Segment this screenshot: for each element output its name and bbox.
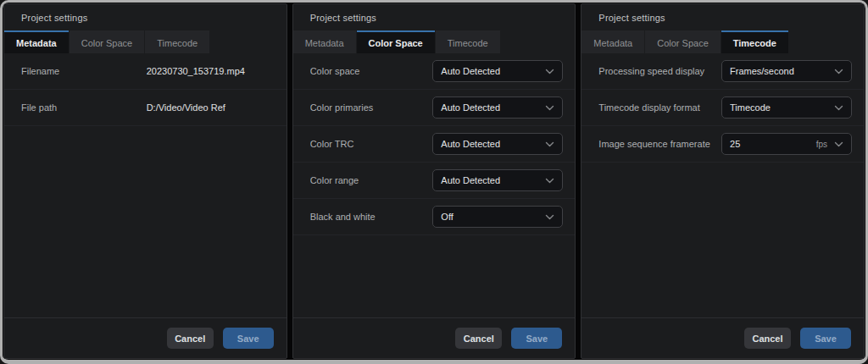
dialog-title: Project settings <box>310 13 376 23</box>
settings-row: Color TRCAuto Detected <box>293 126 576 163</box>
dropdown-timecode-display-format[interactable]: Timecode <box>721 97 852 119</box>
tab-content: Processing speed displayFrames/secondTim… <box>581 53 864 317</box>
field-label: Timecode display format <box>598 102 721 113</box>
tab-timecode[interactable]: Timecode <box>145 30 209 53</box>
project-settings-windows: Project settingsMetadataColor SpaceTimec… <box>0 0 868 364</box>
field-value-column: D:/Video/Video Ref <box>144 102 275 113</box>
selected-value: Auto Detected <box>441 139 545 149</box>
selected-value: Frames/second <box>730 66 834 76</box>
save-button[interactable]: Save <box>223 328 274 349</box>
tab-bar: MetadataColor SpaceTimecode <box>4 30 287 53</box>
field-value-column: Frames/second <box>721 60 852 82</box>
tab-metadata[interactable]: Metadata <box>4 30 69 53</box>
project-settings-dialog: Project settingsMetadataColor SpaceTimec… <box>581 3 865 359</box>
field-value-column: Timecode <box>721 97 852 119</box>
selected-value: Off <box>441 212 545 222</box>
field-value-column: Auto Detected <box>432 60 563 82</box>
tab-bar: MetadataColor SpaceTimecode <box>293 30 576 53</box>
dropdown-black-and-white[interactable]: Off <box>432 206 563 228</box>
dialog-title: Project settings <box>21 13 87 23</box>
cancel-button[interactable]: Cancel <box>455 328 502 349</box>
tab-content: Filename20230730_153719.mp4File pathD:/V… <box>4 53 287 317</box>
dialog-footer: CancelSave <box>4 317 287 358</box>
dialog-footer: CancelSave <box>581 317 864 358</box>
chevron-down-icon <box>545 141 554 147</box>
field-label: Color TRC <box>310 139 433 149</box>
chevron-down-icon <box>834 69 843 74</box>
field-value-column: Auto Detected <box>432 133 563 155</box>
field-label: Processing speed display <box>598 66 721 76</box>
save-button[interactable]: Save <box>511 328 562 349</box>
dropdown-color-trc[interactable]: Auto Detected <box>432 133 563 155</box>
settings-row: Timecode display formatTimecode <box>581 90 864 126</box>
field-value-column: Auto Detected <box>432 97 563 119</box>
chevron-down-icon <box>834 105 843 111</box>
tab-timecode[interactable]: Timecode <box>721 30 788 53</box>
tab-metadata[interactable]: Metadata <box>581 30 644 53</box>
field-label: Color primaries <box>310 102 433 113</box>
cancel-button[interactable]: Cancel <box>167 328 214 349</box>
settings-row: Processing speed displayFrames/second <box>581 53 864 90</box>
cancel-button[interactable]: Cancel <box>744 328 791 349</box>
tab-color-space[interactable]: Color Space <box>357 30 435 53</box>
tab-metadata[interactable]: Metadata <box>293 30 356 53</box>
settings-row: Image sequence framerate25fps <box>581 126 864 163</box>
field-value: D:/Video/Video Ref <box>144 102 225 113</box>
dialog-header: Project settings <box>293 4 576 30</box>
dialog-title: Project settings <box>598 13 665 23</box>
settings-row: Filename20230730_153719.mp4 <box>4 53 287 90</box>
field-label: Color space <box>310 66 433 76</box>
field-label: File path <box>21 102 144 113</box>
tab-timecode[interactable]: Timecode <box>436 30 500 53</box>
tab-color-space[interactable]: Color Space <box>645 30 721 53</box>
settings-row: Color rangeAuto Detected <box>293 163 576 199</box>
dialog-header: Project settings <box>581 4 864 30</box>
chevron-down-icon <box>545 178 554 184</box>
field-label: Image sequence framerate <box>598 139 721 149</box>
save-button[interactable]: Save <box>800 328 851 349</box>
tab-content: Color spaceAuto DetectedColor primariesA… <box>293 53 576 317</box>
field-label: Color range <box>310 175 433 185</box>
chevron-down-icon <box>545 69 554 74</box>
field-value-column: 20230730_153719.mp4 <box>144 66 275 76</box>
field-value-column: Auto Detected <box>432 169 563 191</box>
dropdown-processing-speed-display[interactable]: Frames/second <box>721 60 852 82</box>
unit-label: fps <box>816 140 827 149</box>
chevron-down-icon <box>545 105 554 111</box>
field-value-column: Off <box>432 206 563 228</box>
selected-value: Auto Detected <box>441 102 545 113</box>
settings-row: Color primariesAuto Detected <box>293 90 576 126</box>
dropdown-color-primaries[interactable]: Auto Detected <box>432 97 563 119</box>
settings-row: Black and whiteOff <box>293 199 576 235</box>
selected-value: 25 <box>730 139 816 149</box>
chevron-down-icon <box>545 214 554 220</box>
tab-bar: MetadataColor SpaceTimecode <box>581 30 864 53</box>
dialog-header: Project settings <box>4 4 287 30</box>
settings-row: File pathD:/Video/Video Ref <box>4 90 287 126</box>
field-label: Filename <box>21 66 144 76</box>
dialog-footer: CancelSave <box>293 317 576 358</box>
screenshot-stage: Project settingsMetadataColor SpaceTimec… <box>0 0 868 364</box>
input-image-sequence-framerate[interactable]: 25fps <box>721 133 852 155</box>
project-settings-dialog: Project settingsMetadataColor SpaceTimec… <box>3 3 287 359</box>
selected-value: Auto Detected <box>441 66 545 76</box>
field-value-column: 25fps <box>721 133 852 155</box>
settings-row: Color spaceAuto Detected <box>293 53 576 90</box>
field-label: Black and white <box>310 212 433 222</box>
field-value: 20230730_153719.mp4 <box>144 66 245 76</box>
dropdown-color-range[interactable]: Auto Detected <box>432 169 563 191</box>
selected-value: Timecode <box>730 102 834 113</box>
selected-value: Auto Detected <box>441 175 545 185</box>
tab-color-space[interactable]: Color Space <box>70 30 145 53</box>
dropdown-color-space[interactable]: Auto Detected <box>432 60 563 82</box>
chevron-down-icon <box>834 141 843 147</box>
project-settings-dialog: Project settingsMetadataColor SpaceTimec… <box>292 3 576 359</box>
